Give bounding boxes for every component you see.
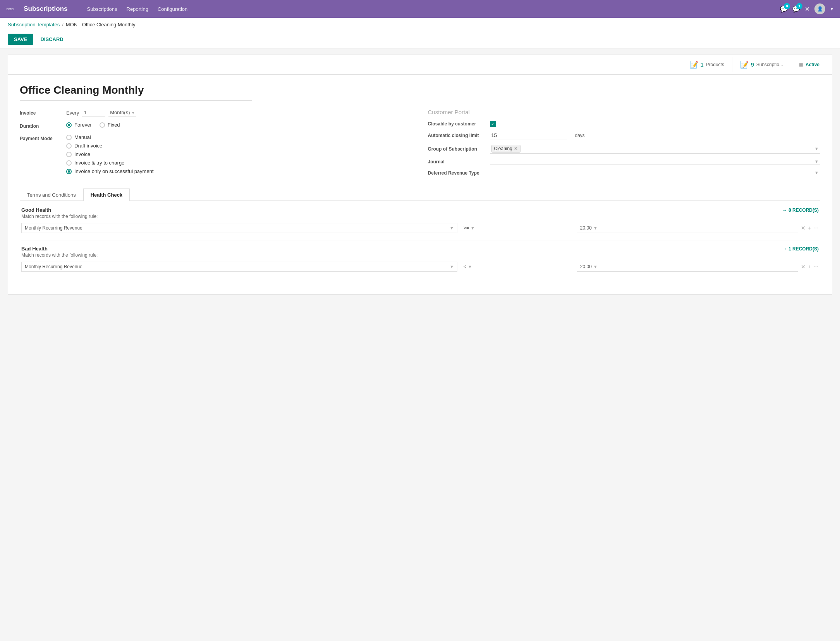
nav-links: Subscriptions Reporting Configuration [87,6,773,12]
good-field-arrow[interactable]: ▼ [450,226,454,230]
form-title[interactable]: Office Cleaning Monthly [20,84,252,101]
nav-right: 💬 8 💬 1 ✕ 👤 ▼ [780,3,834,14]
bad-field-arrow[interactable]: ▼ [450,264,454,269]
tab-terms[interactable]: Terms and Conditions [20,189,83,201]
bad-rule-delete[interactable]: ✕ [801,264,806,270]
deferred-dropdown[interactable]: ▼ [490,170,821,176]
journal-dropdown-arrow[interactable]: ▼ [814,159,819,164]
breadcrumb-parent[interactable]: Subscription Templates [8,22,60,27]
tab-health-check[interactable]: Health Check [83,189,130,201]
bad-val-arrow[interactable]: ▼ [593,264,598,269]
invoice-row: Every 1 Month(s) ▼ [66,109,412,117]
bad-rule-val[interactable]: 20.00 ▼ [577,262,798,272]
group-tag: Cleaning ✕ [491,145,520,153]
good-rule-val[interactable]: 20.00 ▼ [577,223,798,233]
duration-forever-radio[interactable] [66,122,72,128]
duration-label: Duration [20,122,62,129]
closable-value: ✓ [490,121,821,127]
good-val-arrow[interactable]: ▼ [593,226,598,230]
journal-label: Journal [428,159,486,165]
bad-op-arrow[interactable]: ▼ [468,264,472,269]
payment-try-charge-radio[interactable] [66,160,72,166]
good-health-records: → 8 RECORD(S) [782,207,819,213]
action-bar: SAVE DISCARD [8,31,832,48]
chat-icon[interactable]: 💬 1 [792,5,800,13]
group-dropdown[interactable]: Cleaning ✕ ▼ [490,144,821,154]
payment-manual-radio[interactable] [66,135,72,140]
closable-checkbox[interactable]: ✓ [490,121,496,127]
invoice-unit-arrow: ▼ [131,111,135,115]
good-op-arrow[interactable]: ▼ [471,226,475,230]
main-content: 📝 1 Products 📝 9 Subscriptio... ■ Active… [0,48,840,301]
payment-try-charge[interactable]: Invoice & try to charge [66,160,412,166]
tab-content: Good Health Match records with the follo… [20,201,820,285]
payment-draft-radio[interactable] [66,143,72,149]
good-health-label: Good Health [21,207,98,213]
payment-successful-radio[interactable] [66,169,72,174]
closing-limit-input[interactable] [490,132,567,139]
top-navigation: ▫▫▫ Subscriptions Subscriptions Reportin… [0,0,840,18]
good-rule-row: Monthly Recurring Revenue ▼ >= ▼ 20.00 ▼ [21,223,819,233]
duration-fixed-radio[interactable] [100,122,105,128]
group-tag-remove[interactable]: ✕ [514,146,518,151]
closable-label: Closable by customer [428,121,486,127]
payment-invoice[interactable]: Invoice [66,151,412,157]
active-stat-button[interactable]: ■ Active [791,58,827,72]
products-label: Products [706,62,724,67]
close-icon[interactable]: ✕ [805,5,810,13]
products-count: 1 [701,62,704,68]
invoice-num-input[interactable]: 1 [82,109,105,117]
messages-icon[interactable]: 💬 8 [780,5,788,13]
payment-manual[interactable]: Manual [66,134,412,140]
duration-forever-option[interactable]: Forever [66,122,92,128]
bad-health-sub: Match records with the following rule: [21,252,98,258]
form-body: Invoice Every 1 Month(s) ▼ [20,109,820,181]
bad-rule-op[interactable]: < ▼ [460,262,574,271]
bad-rule-row: Monthly Recurring Revenue ▼ < ▼ 20.00 ▼ [21,262,819,272]
bad-rule-more[interactable]: ⋯ [813,264,819,270]
group-field: Group of Subscription Cleaning ✕ ▼ [428,144,821,154]
avatar-dropdown-icon[interactable]: ▼ [830,7,834,11]
payment-draft[interactable]: Draft invoice [66,143,412,149]
nav-configuration[interactable]: Configuration [158,6,187,12]
customer-portal-title: Customer Portal [428,109,821,115]
bad-rule-field[interactable]: Monthly Recurring Revenue ▼ [21,262,457,272]
group-dropdown-arrow[interactable]: ▼ [814,146,819,151]
good-arrow-icon: → [782,207,787,213]
bad-health-records: → 1 RECORD(S) [782,246,819,252]
good-rule-more[interactable]: ⋯ [813,225,819,231]
duration-fixed-option[interactable]: Fixed [100,122,120,128]
deferred-dropdown-arrow[interactable]: ▼ [814,170,819,175]
payment-value: Manual Draft invoice Invoice [66,134,412,174]
payment-invoice-radio[interactable] [66,152,72,157]
subscriptions-stat-button[interactable]: 📝 9 Subscriptio... [732,57,791,72]
nav-subscriptions[interactable]: Subscriptions [87,6,117,12]
bad-arrow-icon: → [782,246,787,252]
invoice-unit-dropdown[interactable]: Month(s) ▼ [108,109,136,117]
form-right: Customer Portal Closable by customer ✓ A… [428,109,821,181]
breadcrumb-separator: / [62,22,64,27]
save-button[interactable]: SAVE [8,34,33,45]
journal-dropdown[interactable]: ▼ [490,158,821,165]
avatar[interactable]: 👤 [814,3,825,14]
products-stat-button[interactable]: 📝 1 Products [682,57,732,72]
group-value[interactable]: Cleaning ✕ ▼ [490,144,821,154]
bad-rule-add[interactable]: + [808,264,811,270]
closing-limit-unit: days [575,133,585,138]
invoice-value: Every 1 Month(s) ▼ [66,109,412,117]
good-rule-delete[interactable]: ✕ [801,225,806,231]
nav-reporting[interactable]: Reporting [127,6,148,12]
duration-forever-label: Forever [74,122,92,128]
payment-options-group: Manual Draft invoice Invoice [66,134,412,174]
good-records-link[interactable]: 8 RECORD(S) [788,207,819,213]
tabs-section: Terms and Conditions Health Check Good H… [20,189,820,285]
good-rule-add[interactable]: + [808,225,811,231]
payment-successful[interactable]: Invoice only on successful payment [66,168,412,174]
grid-icon[interactable]: ▫▫▫ [6,5,14,13]
good-rule-field[interactable]: Monthly Recurring Revenue ▼ [21,223,457,233]
bad-records-link[interactable]: 1 RECORD(S) [788,246,819,252]
good-rule-op[interactable]: >= ▼ [460,223,574,233]
discard-button[interactable]: DISCARD [37,34,66,45]
good-health-section: Good Health Match records with the follo… [21,207,819,233]
payment-draft-label: Draft invoice [74,143,102,149]
